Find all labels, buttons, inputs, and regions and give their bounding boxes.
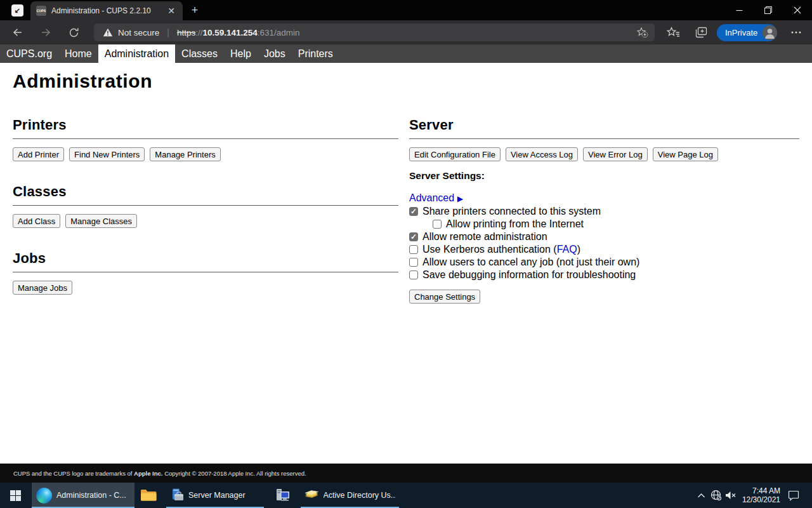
- edit-configuration-file-button[interactable]: Edit Configuration File: [409, 147, 501, 161]
- cups-favicon: CUPS: [36, 6, 46, 16]
- url-separator: ://: [195, 28, 202, 37]
- browser-menu-button[interactable]: [787, 23, 806, 41]
- taskbar-edge-item[interactable]: Administration - C...: [32, 483, 134, 508]
- tab-actions-button[interactable]: ↙: [6, 3, 28, 18]
- taskbar-active-directory-item[interactable]: Active Directory Us...: [301, 483, 399, 508]
- inprivate-badge[interactable]: InPrivate: [717, 24, 777, 41]
- nav-cups-org[interactable]: CUPS.org: [0, 44, 58, 63]
- forward-button[interactable]: [36, 20, 56, 44]
- file-explorer-icon: [140, 489, 157, 502]
- window-close-button[interactable]: [783, 0, 812, 20]
- advanced-link[interactable]: Advanced ▶: [409, 192, 799, 205]
- nav-help[interactable]: Help: [224, 44, 258, 63]
- profile-avatar: [763, 25, 777, 40]
- nav-administration[interactable]: Administration: [98, 44, 175, 63]
- address-bar[interactable]: Not secure | https://10.59.141.254:631/a…: [94, 23, 655, 41]
- view-page-log-button[interactable]: View Page Log: [653, 147, 718, 161]
- screen: ↙ CUPS Administration - CUPS 2.2.10 ✕ +: [0, 0, 812, 508]
- tray-chevron-icon[interactable]: [694, 483, 708, 508]
- printers-heading: Printers: [13, 117, 398, 139]
- cups-nav-bar: CUPS.org Home Administration Classes Hel…: [0, 44, 812, 63]
- apple-brand: Apple Inc.: [134, 470, 162, 477]
- share-printers-row: Share printers connected to this system: [409, 205, 799, 218]
- kerberos-checkbox[interactable]: [409, 245, 418, 254]
- browser-titlebar: ↙ CUPS Administration - CUPS 2.2.10 ✕ +: [0, 0, 812, 20]
- computer-icon: [275, 488, 291, 503]
- start-button[interactable]: [0, 483, 30, 508]
- add-class-button[interactable]: Add Class: [13, 214, 60, 228]
- faq-link[interactable]: FAQ: [557, 243, 577, 256]
- advanced-arrow-icon: ▶: [457, 194, 463, 203]
- url-host: 10.59.141.254: [202, 28, 257, 37]
- taskbar-computer-item[interactable]: [269, 483, 297, 508]
- active-directory-icon: [304, 489, 320, 502]
- window-minimize-button[interactable]: [724, 0, 754, 20]
- add-printer-button[interactable]: Add Printer: [13, 147, 64, 161]
- manage-jobs-button[interactable]: Manage Jobs: [13, 281, 72, 295]
- not-secure-label: Not secure: [118, 28, 159, 37]
- url-path: :631/admin: [258, 28, 300, 37]
- nav-printers[interactable]: Printers: [292, 44, 339, 63]
- server-heading: Server: [409, 117, 799, 139]
- allow-remote-admin-checkbox[interactable]: [409, 232, 418, 241]
- tray-network-icon[interactable]: [709, 483, 723, 508]
- view-access-log-button[interactable]: View Access Log: [506, 147, 578, 161]
- back-button[interactable]: [7, 20, 27, 44]
- view-error-log-button[interactable]: View Error Log: [583, 147, 648, 161]
- taskbar-file-explorer-item[interactable]: [134, 483, 162, 508]
- taskbar: Administration - C... Server Manager Act…: [0, 483, 812, 508]
- add-favorite-icon[interactable]: [636, 27, 648, 38]
- save-debug-checkbox[interactable]: [409, 271, 418, 279]
- collections-button[interactable]: [690, 23, 712, 41]
- page-title: Administration: [13, 71, 799, 91]
- cups-footer: CUPS and the CUPS logo are trademarks of…: [0, 464, 812, 483]
- taskbar-server-manager-item[interactable]: Server Manager: [166, 483, 264, 508]
- inprivate-label: InPrivate: [725, 28, 757, 37]
- favorites-button[interactable]: [662, 23, 684, 41]
- cancel-any-job-row: Allow users to cancel any job (not just …: [409, 256, 799, 269]
- allow-internet-printing-row: Allow printing from the Internet: [433, 218, 799, 231]
- jobs-heading: Jobs: [13, 251, 398, 272]
- cancel-any-job-checkbox[interactable]: [409, 258, 418, 267]
- edge-icon: [36, 488, 52, 504]
- page-content: Administration Printers Add Printer Find…: [0, 63, 812, 464]
- classes-heading: Classes: [13, 184, 398, 206]
- window-restore-button[interactable]: [754, 0, 783, 20]
- allow-internet-printing-checkbox[interactable]: [433, 220, 442, 229]
- nav-jobs[interactable]: Jobs: [258, 44, 292, 63]
- tab-actions-icon: ↙: [11, 4, 23, 17]
- change-settings-button[interactable]: Change Settings: [409, 290, 480, 304]
- save-debug-row: Save debugging information for troublesh…: [409, 269, 799, 281]
- manage-classes-button[interactable]: Manage Classes: [65, 214, 137, 228]
- server-settings-label: Server Settings:: [409, 171, 799, 181]
- browser-toolbar: Not secure | https://10.59.141.254:631/a…: [0, 20, 812, 44]
- tray-time: 7:44 AM: [752, 486, 780, 495]
- address-divider: |: [167, 27, 169, 37]
- tab-title: Administration - CUPS 2.2.10: [51, 6, 160, 15]
- allow-remote-admin-row: Allow remote administration: [409, 231, 799, 243]
- server-manager-icon: [169, 488, 184, 503]
- tray-action-center-icon[interactable]: [784, 483, 803, 508]
- new-tab-button[interactable]: +: [188, 3, 202, 17]
- nav-classes[interactable]: Classes: [175, 44, 224, 63]
- manage-printers-button[interactable]: Manage Printers: [150, 147, 220, 161]
- share-printers-checkbox[interactable]: [409, 207, 418, 216]
- nav-home[interactable]: Home: [58, 44, 98, 63]
- tray-clock[interactable]: 7:44 AM 12/30/2021: [736, 483, 780, 508]
- browser-tab[interactable]: CUPS Administration - CUPS 2.2.10 ✕: [30, 1, 183, 20]
- url-scheme: https: [177, 28, 195, 37]
- reload-button[interactable]: [63, 20, 84, 44]
- tab-close-icon[interactable]: ✕: [166, 6, 177, 15]
- find-new-printers-button[interactable]: Find New Printers: [69, 147, 145, 161]
- not-secure-icon: [103, 28, 113, 37]
- kerberos-row: Use Kerberos authentication (FAQ): [409, 243, 799, 256]
- tray-date: 12/30/2021: [742, 495, 780, 504]
